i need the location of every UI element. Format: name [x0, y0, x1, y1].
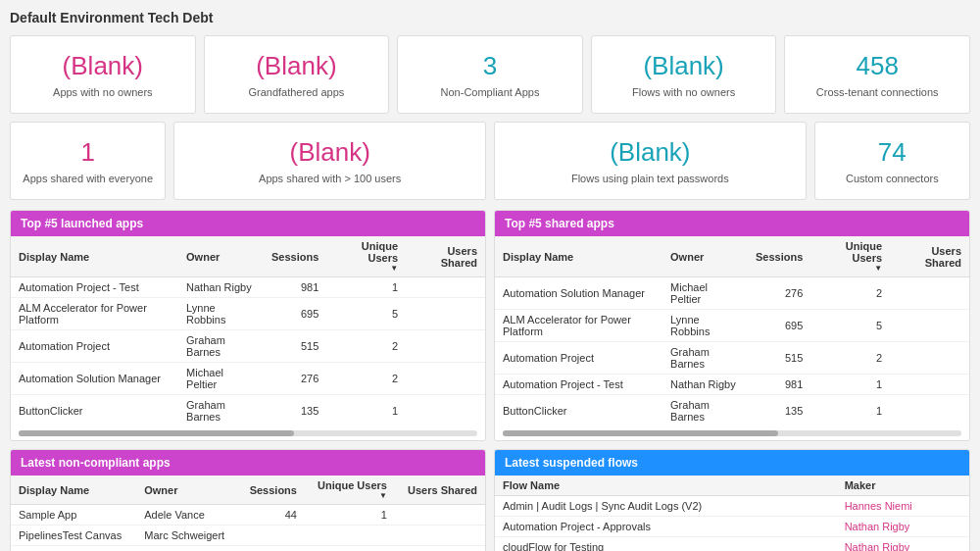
- col-flow-name[interactable]: Flow Name: [495, 476, 837, 496]
- app-sessions: 135: [264, 395, 326, 427]
- col-unique-users-launched[interactable]: Unique Users ▼: [326, 236, 406, 277]
- col-display-name-launched[interactable]: Display Name: [11, 236, 178, 277]
- app-owner: Graham Barnes: [178, 330, 264, 363]
- metric-shared-100[interactable]: (Blank) Apps shared with > 100 users: [173, 122, 486, 200]
- metric-value-non-compliant: 3: [483, 51, 497, 81]
- col-owner-shared[interactable]: Owner: [662, 236, 748, 277]
- app-unique-users: 1: [305, 505, 395, 526]
- app-users-shared: [890, 375, 969, 395]
- app-sessions: 44: [238, 505, 305, 526]
- table-row[interactable]: Automation Solution Manager Michael Pelt…: [495, 277, 969, 310]
- col-sessions-nc[interactable]: Sessions: [238, 476, 305, 505]
- table-row[interactable]: Automation Project - Test Nathan Rigby 9…: [495, 375, 969, 395]
- launched-apps-card: Top #5 launched apps Display Name Owner …: [10, 210, 486, 441]
- table-row[interactable]: Automation Project - Test Nathan Rigby 9…: [11, 277, 485, 298]
- col-sessions-shared[interactable]: Sessions: [748, 236, 810, 277]
- app-sessions: [238, 526, 305, 546]
- metric-value-cross-tenant: 458: [857, 51, 899, 81]
- shared-apps-scrollbar[interactable]: [503, 430, 961, 436]
- metric-value-flows-plaintext: (Blank): [610, 137, 690, 168]
- app-users-shared: [890, 342, 969, 375]
- launched-apps-table: Display Name Owner Sessions Unique Users…: [11, 236, 485, 426]
- metric-label-grandfathered: Grandfathered apps: [248, 86, 344, 98]
- col-users-shared-launched[interactable]: Users Shared: [406, 236, 485, 277]
- col-owner-nc[interactable]: Owner: [136, 476, 238, 505]
- col-display-name-shared[interactable]: Display Name: [495, 236, 662, 277]
- app-unique-users: 1: [810, 375, 890, 395]
- app-name: Automation Project: [495, 342, 662, 375]
- metric-value-flows-no-owners: (Blank): [643, 51, 723, 81]
- col-users-shared-nc[interactable]: Users Shared: [395, 476, 485, 505]
- app-owner: Graham Barnes: [178, 395, 264, 427]
- suspended-flows-header: Latest suspended flows: [495, 450, 969, 476]
- app-unique-users: 1: [326, 395, 406, 427]
- app-users-shared: [406, 395, 485, 427]
- table-row[interactable]: PipelinesTest Canvas Marc Schweigert: [11, 526, 485, 546]
- app-owner: Marc Schweigert: [136, 526, 238, 546]
- table-row[interactable]: ButtonClicker Graham Barnes 135 1: [495, 395, 969, 427]
- launched-apps-scrollbar[interactable]: [19, 430, 477, 436]
- col-owner-launched[interactable]: Owner: [178, 236, 264, 277]
- app-name: PipelinesTest Canvas: [11, 526, 136, 546]
- metric-label-custom-connectors: Custom connectors: [846, 173, 939, 184]
- table-row[interactable]: cloudFlow for Testing Nathan Rigby: [495, 537, 969, 552]
- metric-non-compliant-apps[interactable]: 3 Non-Compliant Apps: [397, 35, 583, 114]
- table-row[interactable]: Admin | Audit Logs | Sync Audit Logs (V2…: [495, 496, 969, 517]
- app-users-shared: [890, 310, 969, 342]
- app-name: ButtonClicker: [11, 395, 178, 427]
- table-row[interactable]: ALM Accelerator for Power Platform Lynne…: [11, 298, 485, 330]
- app-owner: Graham Barnes: [662, 342, 748, 375]
- metric-label-flows-plaintext: Flows using plain text passwords: [571, 173, 729, 184]
- metric-label-shared-100: Apps shared with > 100 users: [259, 173, 401, 184]
- app-owner: Lynne Robbins: [178, 298, 264, 330]
- table-row[interactable]: Sample App Adele Vance 44 1: [11, 505, 485, 526]
- app-owner: Adele Vance: [136, 505, 238, 526]
- app-users-shared: [395, 505, 485, 526]
- metric-label-flows-no-owners: Flows with no owners: [632, 86, 735, 98]
- app-sessions: 276: [748, 277, 810, 310]
- metric-apps-no-owners[interactable]: (Blank) Apps with no owners: [10, 35, 196, 114]
- app-owner: Debra Berger: [136, 546, 238, 552]
- metric-grandfathered-apps[interactable]: (Blank) Grandfathered apps: [204, 35, 390, 114]
- flow-name: Automation Project - Approvals: [495, 517, 837, 537]
- suspended-flows-card: Latest suspended flows Flow Name Maker A…: [494, 449, 970, 551]
- table-row[interactable]: Automation Project Graham Barnes 515 2: [495, 342, 969, 375]
- app-users-shared: [406, 298, 485, 330]
- app-sessions: [238, 546, 305, 552]
- metric-value-custom-connectors: 74: [878, 137, 906, 168]
- app-sessions: 981: [748, 375, 810, 395]
- col-users-shared-shared[interactable]: Users Shared: [890, 236, 969, 277]
- metric-value-shared-everyone: 1: [80, 137, 94, 168]
- table-row[interactable]: Automation Project Graham Barnes 515 2: [11, 330, 485, 363]
- col-maker[interactable]: Maker: [837, 476, 969, 496]
- app-sessions: 695: [748, 310, 810, 342]
- app-name: Test button visibility: [11, 546, 136, 552]
- app-unique-users: 1: [810, 395, 890, 427]
- col-sessions-launched[interactable]: Sessions: [264, 236, 326, 277]
- flow-maker: Nathan Rigby: [837, 517, 969, 537]
- col-unique-users-nc[interactable]: Unique Users ▼: [305, 476, 395, 505]
- table-row[interactable]: ALM Accelerator for Power Platform Lynne…: [495, 310, 969, 342]
- table-row[interactable]: ButtonClicker Graham Barnes 135 1: [11, 395, 485, 427]
- app-sessions: 515: [748, 342, 810, 375]
- app-unique-users: [305, 546, 395, 552]
- metric-custom-connectors[interactable]: 74 Custom connectors: [814, 122, 970, 200]
- metric-flows-no-owners[interactable]: (Blank) Flows with no owners: [591, 35, 777, 114]
- table-row[interactable]: Test button visibility Debra Berger: [11, 546, 485, 552]
- table-row[interactable]: Automation Solution Manager Michael Pelt…: [11, 363, 485, 395]
- app-name: ButtonClicker: [495, 395, 662, 427]
- app-name: ALM Accelerator for Power Platform: [495, 310, 662, 342]
- table-row[interactable]: Automation Project - Approvals Nathan Ri…: [495, 517, 969, 537]
- app-name: Automation Project - Test: [11, 277, 178, 298]
- metric-flows-plaintext[interactable]: (Blank) Flows using plain text passwords: [494, 122, 807, 200]
- non-compliant-card: Latest non-compliant apps Display Name O…: [10, 449, 486, 551]
- metric-cross-tenant[interactable]: 458 Cross-tenant connections: [784, 35, 970, 114]
- metric-label-apps-no-owners: Apps with no owners: [53, 86, 153, 98]
- app-unique-users: 2: [326, 330, 406, 363]
- col-unique-users-shared[interactable]: Unique Users ▼: [810, 236, 890, 277]
- flow-name: cloudFlow for Testing: [495, 537, 837, 552]
- col-display-name-nc[interactable]: Display Name: [11, 476, 136, 505]
- app-unique-users: 2: [810, 277, 890, 310]
- metric-value-shared-100: (Blank): [289, 137, 369, 168]
- metric-shared-everyone[interactable]: 1 Apps shared with everyone: [10, 122, 166, 200]
